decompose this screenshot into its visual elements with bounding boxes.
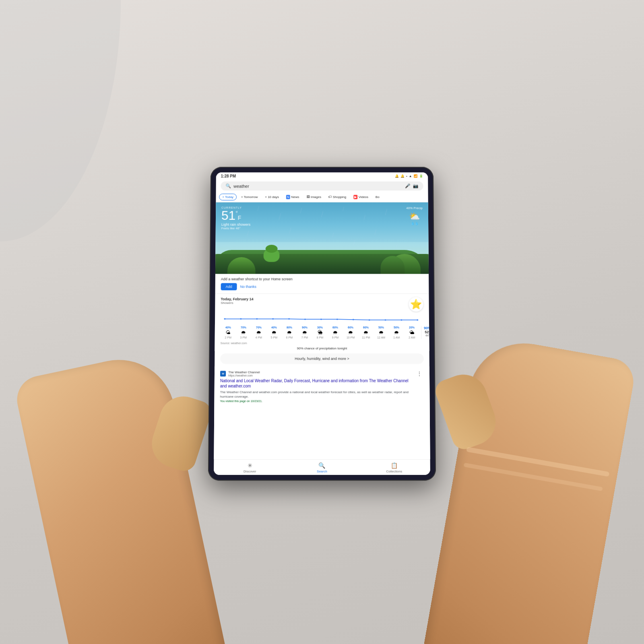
hour-col-2am: 20% 🌥 2 AM xyxy=(404,326,419,339)
forecast-condition: Showers xyxy=(221,301,253,305)
tab-videos-icon: ▶ xyxy=(353,195,357,199)
wifi-icon: ▲ xyxy=(409,174,412,178)
bottom-nav: ✳ Discover 🔍 Search 📋 Collections xyxy=(214,459,430,475)
weather-condition: Light rain showers xyxy=(221,223,251,227)
result-url: https://weather.com xyxy=(228,374,260,377)
status-dot: • xyxy=(406,174,407,178)
forecast-section: Today, February 14 Showers ⭐ xyxy=(215,294,429,313)
temp-value: 51 xyxy=(221,208,236,223)
precip-pct-text: 40% Precip xyxy=(406,206,423,210)
signal-icon: 📶 xyxy=(414,174,418,178)
shortcut-buttons: Add No thanks xyxy=(221,283,423,290)
temp-chart xyxy=(215,313,429,324)
search-results: W The Weather Channel https://weather.co… xyxy=(214,366,430,459)
tab-10days-label: + 10 days xyxy=(265,195,279,199)
tab-10days[interactable]: + 10 days xyxy=(262,194,282,200)
nav-collections[interactable]: 📋 Collections xyxy=(358,462,430,473)
svg-point-10 xyxy=(384,319,386,321)
tab-images-icon: 🖼 xyxy=(306,195,310,199)
tab-images-label: Images xyxy=(311,195,321,199)
tab-news-icon: N xyxy=(286,195,290,199)
summary-high-precip: 90% xyxy=(424,326,429,330)
result-domain: The Weather Channel xyxy=(228,370,260,374)
mic-icon[interactable]: 🎤 xyxy=(405,184,411,189)
tab-videos-label: Videos xyxy=(359,195,368,199)
svg-point-3 xyxy=(272,318,274,320)
tab-news[interactable]: N News xyxy=(283,194,302,200)
result-favicon: W xyxy=(220,371,226,376)
hour-col-12am: 50% 🌧 12 AM xyxy=(374,326,389,339)
temp-line-svg xyxy=(221,314,423,323)
collections-icon: 📋 xyxy=(391,462,398,469)
hour-col-2pm: 40% 🌤 2 PM xyxy=(221,326,236,339)
hour-col-4pm: 70% 🌧 4 PM xyxy=(251,326,266,339)
tab-images[interactable]: 🖼 Images xyxy=(303,194,324,200)
nav-discover[interactable]: ✳ Discover xyxy=(214,462,286,473)
svg-point-2 xyxy=(256,318,258,320)
screen: 1:28 PM 🔔 🔔 • ▲ 📶 🔋 🔍 weather 🎤 📷 xyxy=(214,172,430,475)
result-more-options[interactable]: ⋮ xyxy=(415,370,424,377)
summary-high-temp: 52° xyxy=(425,330,429,334)
discover-icon: ✳ xyxy=(248,462,252,469)
svg-point-9 xyxy=(368,319,370,321)
shortcut-banner: Add a weather shortcut to your Home scre… xyxy=(215,274,429,294)
svg-point-12 xyxy=(417,319,418,321)
tab-tomorrow[interactable]: + Tomorrow xyxy=(238,194,260,200)
result-snippet: The Weather Channel and weather.com prov… xyxy=(220,390,415,399)
status-icons: 🔔 🔔 • ▲ 📶 🔋 xyxy=(395,174,423,178)
result-visited: You visited this page on 10/23/21. xyxy=(220,400,415,402)
tab-shopping-label: Shopping xyxy=(333,195,347,199)
search-input-container[interactable]: 🔍 weather 🎤 📷 xyxy=(221,182,423,191)
hour-col-7pm: 90% 🌧 7 PM xyxy=(297,326,312,339)
hour-col-9pm: 60% 🌧 9 PM xyxy=(328,326,343,339)
collections-label: Collections xyxy=(386,470,402,473)
tab-bo-label: Bo xyxy=(376,195,380,199)
hour-col-10pm: 60% 🌧 10 PM xyxy=(343,326,358,339)
tab-shopping[interactable]: 🏷 Shopping xyxy=(326,194,349,200)
tab-bo[interactable]: Bo xyxy=(373,194,382,200)
more-info-link[interactable]: Hourly, humidity, wind and more > xyxy=(220,353,424,364)
search-query[interactable]: weather xyxy=(233,184,249,188)
status-bar: 1:28 PM 🔔 🔔 • ▲ 📶 🔋 xyxy=(216,172,428,180)
frog-scene xyxy=(215,242,429,274)
weather-label: CURRENTLY xyxy=(221,206,250,209)
search-icon: 🔍 xyxy=(225,184,231,189)
search-nav-label: Search xyxy=(317,470,327,473)
precip-badge: 40% Precip ⛅ 💧💧 xyxy=(406,206,423,225)
svg-point-8 xyxy=(353,319,354,320)
weather-temperature: 51°F xyxy=(221,209,251,221)
weather-info: CURRENTLY 51°F Light rain showers Feels … xyxy=(221,206,251,230)
tab-tomorrow-label: + Tomorrow xyxy=(241,195,258,199)
hour-col-11pm: 60% 🌧 11 PM xyxy=(358,326,374,339)
svg-point-0 xyxy=(224,318,225,320)
forecast-icon: ⭐ xyxy=(409,297,423,312)
summary-low-temp: 44° xyxy=(425,334,429,337)
search-nav-icon: 🔍 xyxy=(318,462,325,469)
svg-point-11 xyxy=(400,319,402,321)
tablet: 1:28 PM 🔔 🔔 • ▲ 📶 🔋 🔍 weather 🎤 📷 xyxy=(208,167,436,481)
forecast-date: Today, February 14 xyxy=(221,297,253,301)
weather-feels-like: Feels like 46° xyxy=(221,227,251,230)
nav-search[interactable]: 🔍 Search xyxy=(286,462,358,473)
result-title[interactable]: National and Local Weather Radar, Daily … xyxy=(220,378,415,388)
notification-icon-1: 🔔 xyxy=(395,174,399,178)
tab-today[interactable]: + Today xyxy=(219,194,237,200)
hourly-scroll[interactable]: 40% 🌤 2 PM 70% 🌧 3 PM 70% 🌧 4 PM 40% 🌧 xyxy=(215,324,429,341)
svg-point-6 xyxy=(320,318,322,320)
hour-col-1am: 50% 🌧 1 AM xyxy=(389,326,404,339)
lens-icon[interactable]: 📷 xyxy=(413,184,419,189)
tab-videos[interactable]: ▶ Videos xyxy=(351,194,371,200)
notification-icon-2: 🔔 xyxy=(400,174,405,178)
frog-character xyxy=(264,248,280,262)
svg-point-5 xyxy=(304,318,306,320)
weather-card: CURRENTLY 51°F Light rain showers Feels … xyxy=(215,202,429,274)
no-thanks-button[interactable]: No thanks xyxy=(240,285,256,289)
svg-point-1 xyxy=(240,318,242,320)
svg-point-7 xyxy=(336,318,338,320)
tab-bar: + Today + Tomorrow + 10 days N News 🖼 Im… xyxy=(216,192,428,202)
discover-label: Discover xyxy=(244,470,256,473)
hour-col-3pm: 70% 🌧 3 PM xyxy=(236,326,251,339)
add-shortcut-button[interactable]: Add xyxy=(221,283,237,290)
favicon-letter: W xyxy=(222,372,224,375)
search-result-item: W The Weather Channel https://weather.co… xyxy=(220,370,424,402)
